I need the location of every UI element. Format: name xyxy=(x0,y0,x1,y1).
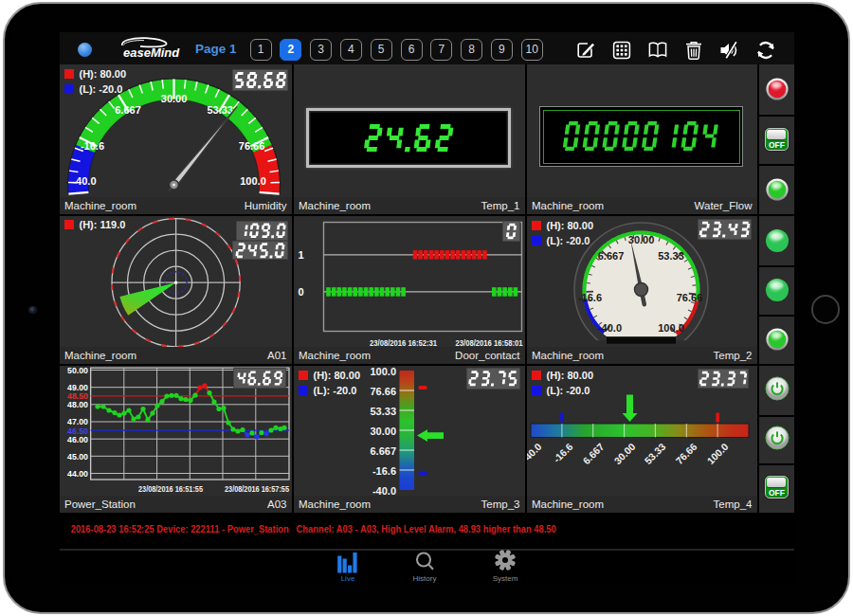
svg-text:53.33: 53.33 xyxy=(658,250,684,262)
svg-text:76.66: 76.66 xyxy=(239,140,265,152)
svg-text:1: 1 xyxy=(298,248,303,260)
svg-text:6.667: 6.667 xyxy=(598,250,625,262)
svg-text:23/08/2016 16:52:31: 23/08/2016 16:52:31 xyxy=(370,336,438,347)
svg-text:100.0: 100.0 xyxy=(370,366,396,377)
svg-text:30.00: 30.00 xyxy=(161,93,188,104)
svg-text:100.0: 100.0 xyxy=(240,175,266,187)
svg-text:easeMind: easeMind xyxy=(123,45,180,60)
svg-text:6.667: 6.667 xyxy=(115,104,141,116)
svg-text:53.33: 53.33 xyxy=(370,406,396,417)
svg-text:50.00: 50.00 xyxy=(67,366,88,375)
svg-text:53.33: 53.33 xyxy=(207,104,233,116)
svg-text:-16.6: -16.6 xyxy=(578,291,602,302)
svg-text:23/08/2016 16:57:55: 23/08/2016 16:57:55 xyxy=(225,483,289,494)
svg-text:23/08/2016 16:58:01: 23/08/2016 16:58:01 xyxy=(456,336,524,347)
svg-text:-40.0: -40.0 xyxy=(72,175,96,187)
svg-text:45.00: 45.00 xyxy=(67,452,88,462)
svg-text:44.00: 44.00 xyxy=(67,469,88,479)
svg-text:46.00: 46.00 xyxy=(67,435,88,444)
svg-text:23/08/2016 16:51:55: 23/08/2016 16:51:55 xyxy=(138,483,203,494)
svg-text:30.00: 30.00 xyxy=(370,426,396,437)
svg-text:30.00: 30.00 xyxy=(628,234,655,245)
svg-text:2016-08-23 16:52:25 Device: 22: 2016-08-23 16:52:25 Device: 222111 - Pow… xyxy=(71,524,556,534)
svg-text:-40.0: -40.0 xyxy=(598,322,622,334)
svg-text:76.66: 76.66 xyxy=(370,386,396,397)
svg-text:0: 0 xyxy=(298,285,303,297)
svg-text:-16.6: -16.6 xyxy=(81,140,104,152)
svg-text:48.00: 48.00 xyxy=(67,400,88,409)
svg-text:6.667: 6.667 xyxy=(370,445,396,457)
svg-text:100.0: 100.0 xyxy=(658,322,684,334)
svg-text:-16.6: -16.6 xyxy=(372,465,396,477)
svg-text:76.66: 76.66 xyxy=(677,291,703,302)
